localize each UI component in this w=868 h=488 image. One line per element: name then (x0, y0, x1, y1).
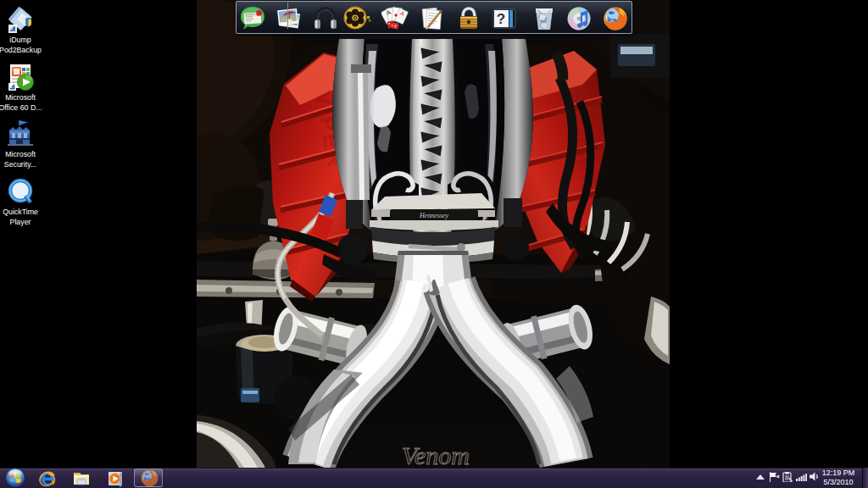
svg-text:Hennessey: Hennessey (419, 212, 449, 219)
svg-text:Venom: Venom (402, 441, 470, 469)
svg-text:?: ? (497, 11, 505, 27)
